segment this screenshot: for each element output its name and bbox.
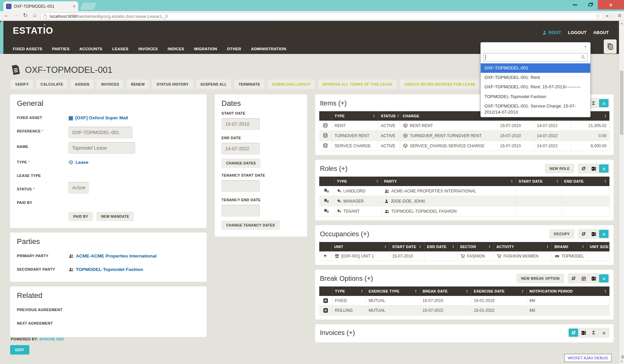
scrollbar-thumb[interactable] xyxy=(620,71,623,135)
home-icon[interactable]: ⌂ xyxy=(31,12,38,18)
roles-header-party[interactable]: PARTY▲▼ xyxy=(381,177,516,186)
assign-button[interactable]: ASSIGN xyxy=(70,80,94,89)
verify-button[interactable]: VERIFY xyxy=(11,80,33,89)
scroll-down-icon[interactable]: ▼ xyxy=(619,360,624,363)
occupy-button[interactable]: OCCUPY xyxy=(549,229,574,239)
table-row[interactable]: MANAGER JDOE-DOE, JOHN xyxy=(319,196,610,206)
extensions-overflow-icon[interactable]: » xyxy=(606,13,612,18)
change-tenancy-dates-button[interactable]: CHANGE TENANCY DATES xyxy=(221,220,280,230)
list-view-button[interactable]: ≡ xyxy=(599,164,608,173)
scroll-up-icon[interactable]: ▲ xyxy=(619,22,624,25)
create-retro-invoices-button[interactable]: CREATE RETRO INVOICES FOR LEASE xyxy=(400,80,480,89)
occupancies-header-sector[interactable]: SECTOR▲▼ xyxy=(457,242,494,251)
status-history-button[interactable]: STATUS HISTORY xyxy=(152,80,193,89)
export-excel-button[interactable] xyxy=(589,164,598,173)
window-minimize-button[interactable] xyxy=(567,0,583,9)
paid-by-button[interactable]: PAID BY xyxy=(68,212,93,221)
picker-search-box[interactable] xyxy=(483,53,588,61)
menu-administration[interactable]: ADMINISTRATION xyxy=(251,47,286,51)
tenancy-end-date-input[interactable] xyxy=(221,205,260,216)
menu-indices[interactable]: INDICES xyxy=(168,47,184,51)
new-mandate-button[interactable]: NEW MANDATE xyxy=(96,212,134,221)
copy-bookmark-button[interactable] xyxy=(604,39,617,54)
picker-option[interactable]: OXF-TOPMODEL-001: Rent: 15-07-2013/-----… xyxy=(481,82,590,92)
break-header-exercise-type[interactable]: EXERCISE TYPE▲▼ xyxy=(366,286,420,296)
table-row[interactable]: SERVICE CHARGE ACTIVE SERVICE_CHARGE-SER… xyxy=(319,141,610,151)
table-row[interactable]: RENT ACTIVE RENT-RENT 15-07-2010 14-07-2… xyxy=(319,121,610,131)
logout-link[interactable]: LOGOUT xyxy=(568,30,587,35)
list-view-button[interactable]: ≡ xyxy=(599,329,608,337)
edit-button[interactable]: EDIT xyxy=(10,345,29,355)
new-role-button[interactable]: NEW ROLE xyxy=(545,164,574,173)
about-link[interactable]: ABOUT xyxy=(593,30,609,35)
back-icon[interactable]: ← xyxy=(3,12,10,18)
picker-option[interactable]: TOPMODEL-Topmodel Fashion xyxy=(481,92,590,101)
picker-option[interactable]: OXF-TOPMODEL-001: Service Charge: 15-07-… xyxy=(481,101,590,117)
user-menu[interactable]: ROOT xyxy=(542,30,561,35)
occupancies-header-unit-size[interactable]: UNIT SIZE▲▼ xyxy=(587,242,610,251)
roles-header-end-date[interactable]: END DATE▲▼ xyxy=(561,177,610,186)
list-view-button[interactable]: ≡ xyxy=(599,99,608,107)
occupancies-header-unit[interactable]: UNIT▲▼ xyxy=(331,242,389,251)
menu-leases[interactable]: LEASES xyxy=(112,47,128,51)
browser-tab[interactable]: OXF-TOPMODEL-001 × xyxy=(3,1,78,11)
fixed-asset-link[interactable]: ▦[OXF] Oxford Super Mall xyxy=(68,113,128,120)
break-header-notification-period[interactable]: NOTIFICATION PERIOD▲▼ xyxy=(527,286,610,296)
calendar-view-button[interactable] xyxy=(579,274,588,282)
apache-isis-link[interactable]: APACHE ISIS xyxy=(39,337,64,341)
url-text[interactable]: localhost:8080/wicket/entity/org.estatio… xyxy=(50,14,593,19)
tenancy-start-date-input[interactable] xyxy=(221,180,260,192)
list-view-button[interactable]: ≡ xyxy=(599,230,608,238)
secondary-party-link[interactable]: TOPMODEL-Topmodel Fashion xyxy=(68,265,143,272)
break-header-exercise-date[interactable]: EXERCISE DATE▲▼ xyxy=(471,286,527,296)
roles-header-type[interactable]: TYPE▲▼ xyxy=(334,177,381,186)
table-row[interactable]: ⚑ [OXF-001] UNIT 1 15-07-2010 FASHION FA… xyxy=(319,251,610,261)
break-header-type[interactable]: TYPE▲▼ xyxy=(332,286,366,296)
export-excel-button[interactable] xyxy=(589,274,598,282)
forward-icon[interactable]: → xyxy=(12,12,20,18)
menu-invoices[interactable]: INVOICES xyxy=(138,47,158,51)
invoices-button[interactable]: INVOICES xyxy=(97,80,123,89)
table-row[interactable]: FIXED MUTUAL 15-07-2015 15-01-2015 6M xyxy=(319,296,610,306)
picker-option[interactable]: OXF-TOPMODEL-001: Rent xyxy=(481,73,590,82)
status-select[interactable]: Active▾ xyxy=(68,182,89,193)
renew-button[interactable]: RENEW xyxy=(126,80,149,89)
break-header-break-date[interactable]: BREAK DATE▲▼ xyxy=(420,286,471,296)
wicket-ajax-debug-link[interactable]: WICKET AJAX DEBUG xyxy=(564,354,612,362)
vertical-scrollbar[interactable]: ▲ ▼ xyxy=(619,21,624,364)
menu-accounts[interactable]: ACCOUNTS xyxy=(79,47,102,51)
browser-menu-icon[interactable]: ≡ xyxy=(618,12,621,19)
change-dates-button[interactable]: CHANGE DATES xyxy=(221,158,261,168)
menu-parties[interactable]: PARTIES xyxy=(52,47,69,51)
menu-fixed-assets[interactable]: FIXED ASSETS xyxy=(13,47,42,51)
window-restore-button[interactable] xyxy=(583,0,598,9)
table-row[interactable]: TENANT TOPMODEL-TOPMODEL FASHION xyxy=(319,206,610,216)
table-row[interactable]: ROLLING MUTUAL 15-07-2022 15-01-2022 6M xyxy=(319,306,610,315)
occupancies-header-start-date[interactable]: START DATE▲▼ xyxy=(389,242,424,251)
picker-option-selected[interactable]: OXF-TOPMODEL-001 xyxy=(481,63,590,73)
download-layout-button[interactable]: DOWNLOAD LAYOUT xyxy=(268,80,315,89)
start-date-input[interactable] xyxy=(221,118,260,130)
export-excel-button[interactable] xyxy=(579,329,588,337)
new-tab-button[interactable] xyxy=(80,3,96,10)
tab-close-icon[interactable]: × xyxy=(73,4,76,9)
hide-columns-button[interactable]: Ø xyxy=(569,329,578,337)
type-link[interactable]: Lease xyxy=(68,158,88,165)
new-break-option-button[interactable]: NEW BREAK OPTION xyxy=(516,274,564,283)
items-header-status[interactable]: STATUS▲▼ xyxy=(378,111,400,121)
table-row[interactable]: LANDLORD ACME-ACME PROPERTIES INTERNATIO… xyxy=(319,186,610,196)
export-excel-button[interactable] xyxy=(589,230,598,238)
suspend-all-button[interactable]: SUSPEND ALL xyxy=(196,80,231,89)
window-close-button[interactable]: × xyxy=(598,0,624,9)
occupancies-header-activity[interactable]: ACTIVITY▲▼ xyxy=(494,242,552,251)
address-bar[interactable]: localhost:8080/wicket/entity/org.estatio… xyxy=(40,12,603,20)
table-row[interactable]: TURNOVER RENT ACTIVE TURNOVER_RENT-TURNO… xyxy=(319,131,610,141)
roles-header-start-date[interactable]: START DATE▲▼ xyxy=(516,177,561,186)
list-view-button[interactable]: ≡ xyxy=(599,274,608,282)
reload-icon[interactable]: ↻ xyxy=(22,12,29,19)
hide-columns-button[interactable]: Ø xyxy=(579,230,588,238)
approve-all-terms-button[interactable]: APPROVE ALL TERMS OF THIS LEASE xyxy=(318,80,397,89)
occupancies-header-end-date[interactable]: END DATE▲▼ xyxy=(424,242,457,251)
hide-columns-button[interactable]: Ø xyxy=(569,274,578,282)
reference-input[interactable] xyxy=(68,127,132,138)
